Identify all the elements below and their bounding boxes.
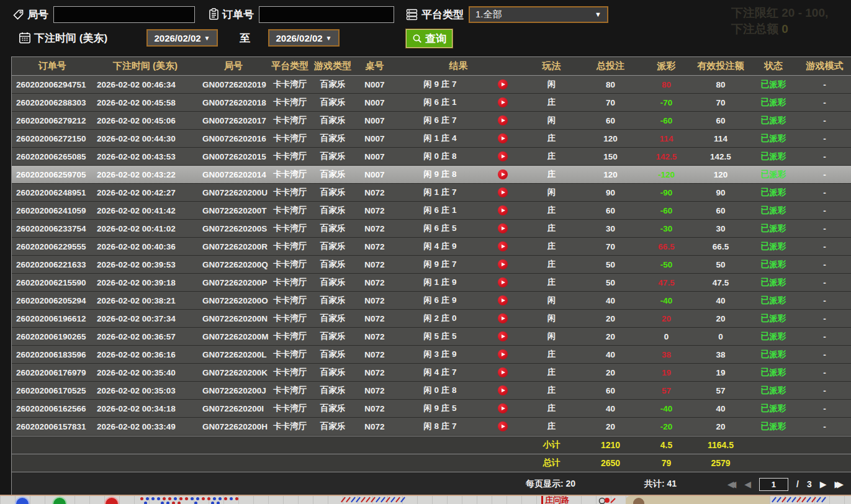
cell-play: 庄 bbox=[522, 367, 581, 378]
cell-result: 闲 0 庄 8 bbox=[395, 151, 522, 162]
banker-count-icon bbox=[15, 497, 30, 504]
cell-round: GN0722620200I bbox=[198, 404, 269, 413]
subtotal-bet: 1210 bbox=[581, 440, 640, 450]
cell-bet: 50 bbox=[581, 278, 640, 287]
tag-icon bbox=[12, 9, 24, 20]
cell-result: 闲 2 庄 0 bbox=[395, 313, 522, 324]
page-separator: / bbox=[796, 479, 799, 489]
table-row[interactable]: 260202006176979 2026-02-02 00:35:40 GN07… bbox=[12, 364, 851, 382]
table-row[interactable]: 260202006259705 2026-02-02 00:43:22 GN00… bbox=[12, 166, 851, 184]
cell-play: 庄 bbox=[522, 259, 581, 270]
replay-video-icon[interactable] bbox=[498, 331, 508, 341]
table-row[interactable]: 260202006294751 2026-02-02 00:46:34 GN00… bbox=[12, 76, 851, 94]
cell-play: 闲 bbox=[522, 79, 581, 90]
date-to-picker[interactable]: 2026/02/02 bbox=[268, 29, 340, 47]
search-button[interactable]: 查询 bbox=[406, 29, 453, 48]
replay-video-icon[interactable] bbox=[498, 133, 508, 143]
roadmap-grid: 庄问路 bbox=[0, 496, 851, 504]
cell-status: 已派彩 bbox=[749, 403, 798, 414]
cell-play: 庄 bbox=[522, 133, 581, 144]
round-no-input[interactable] bbox=[53, 6, 195, 23]
prev-page-icon[interactable]: ◀ bbox=[744, 480, 751, 488]
replay-video-icon[interactable] bbox=[498, 349, 508, 359]
replay-video-icon[interactable] bbox=[498, 313, 508, 323]
replay-video-icon[interactable] bbox=[498, 151, 508, 161]
cell-valid: 20 bbox=[693, 314, 749, 323]
cell-mode: - bbox=[798, 116, 851, 125]
table-row[interactable]: 260202006196612 2026-02-02 00:37:34 GN07… bbox=[12, 310, 851, 328]
cell-order: 260202006248951 bbox=[12, 188, 92, 197]
table-row[interactable]: 260202006229555 2026-02-02 00:40:36 GN07… bbox=[12, 238, 851, 256]
cell-platform: 卡卡湾厅 bbox=[269, 403, 311, 414]
table-row[interactable]: 260202006190265 2026-02-02 00:36:57 GN07… bbox=[12, 328, 851, 346]
cell-mode: - bbox=[798, 368, 851, 377]
cell-payout: -90 bbox=[640, 188, 693, 197]
cell-play: 闲 bbox=[522, 313, 581, 324]
calendar-icon bbox=[19, 32, 31, 44]
replay-video-icon[interactable] bbox=[498, 169, 508, 179]
column-header-bet: 总投注 bbox=[581, 60, 640, 72]
result-text: 闲 1 庄 9 bbox=[415, 277, 466, 288]
cell-valid: 40 bbox=[693, 296, 749, 305]
table-row[interactable]: 260202006265085 2026-02-02 00:43:53 GN00… bbox=[12, 148, 851, 166]
table-row[interactable]: 260202006221633 2026-02-02 00:39:53 GN07… bbox=[12, 256, 851, 274]
replay-video-icon[interactable] bbox=[498, 421, 508, 431]
cell-bet: 30 bbox=[581, 224, 640, 233]
cell-game: 百家乐 bbox=[311, 331, 354, 342]
result-text: 闲 0 庄 8 bbox=[415, 151, 466, 162]
cell-status: 已派彩 bbox=[749, 187, 798, 198]
cell-result: 闲 9 庄 7 bbox=[395, 259, 522, 270]
table-row[interactable]: 260202006279212 2026-02-02 00:45:06 GN00… bbox=[12, 112, 851, 130]
cell-platform: 卡卡湾厅 bbox=[269, 295, 311, 306]
order-no-input[interactable] bbox=[259, 6, 394, 23]
replay-video-icon[interactable] bbox=[498, 205, 508, 215]
cell-mode: - bbox=[798, 278, 851, 287]
cell-status: 已派彩 bbox=[749, 97, 798, 108]
date-from-picker[interactable]: 2026/02/02 bbox=[146, 29, 218, 47]
replay-video-icon[interactable] bbox=[498, 295, 508, 305]
table-row[interactable]: 260202006288303 2026-02-02 00:45:58 GN00… bbox=[12, 94, 851, 112]
replay-video-icon[interactable] bbox=[498, 241, 508, 251]
column-header-time: 下注时间 (美东) bbox=[92, 60, 198, 72]
replay-video-icon[interactable] bbox=[498, 385, 508, 395]
replay-video-icon[interactable] bbox=[498, 79, 508, 89]
cell-play: 庄 bbox=[522, 349, 581, 360]
replay-video-icon[interactable] bbox=[498, 259, 508, 269]
table-row[interactable]: 260202006215590 2026-02-02 00:39:18 GN07… bbox=[12, 274, 851, 292]
replay-video-icon[interactable] bbox=[498, 115, 508, 125]
cell-valid: 142.5 bbox=[693, 152, 749, 161]
cell-round: GN00726202014 bbox=[198, 170, 269, 179]
cell-bet: 60 bbox=[581, 386, 640, 395]
next-page-icon[interactable]: ▶ bbox=[820, 480, 827, 488]
table-row[interactable]: 260202006205294 2026-02-02 00:38:21 GN07… bbox=[12, 292, 851, 310]
table-row[interactable]: 260202006157831 2026-02-02 00:33:49 GN07… bbox=[12, 418, 851, 436]
table-row[interactable]: 260202006233754 2026-02-02 00:41:02 GN07… bbox=[12, 220, 851, 238]
last-page-icon[interactable]: ▶▶ bbox=[834, 480, 844, 488]
cell-bet: 90 bbox=[581, 188, 640, 197]
table-row[interactable]: 260202006272150 2026-02-02 00:44:30 GN00… bbox=[12, 130, 851, 148]
table-row[interactable]: 260202006241059 2026-02-02 00:41:42 GN07… bbox=[12, 202, 851, 220]
table-row[interactable]: 260202006170525 2026-02-02 00:35:03 GN07… bbox=[12, 382, 851, 400]
cell-play: 闲 bbox=[522, 187, 581, 198]
replay-video-icon[interactable] bbox=[498, 187, 508, 197]
page-number-input[interactable] bbox=[759, 478, 788, 491]
replay-video-icon[interactable] bbox=[498, 367, 508, 377]
cell-result: 闲 1 庄 7 bbox=[395, 187, 522, 198]
replay-video-icon[interactable] bbox=[498, 403, 508, 413]
first-page-icon[interactable]: ◀◀ bbox=[727, 480, 737, 488]
replay-video-icon[interactable] bbox=[498, 97, 508, 107]
replay-video-icon[interactable] bbox=[498, 277, 508, 287]
cell-play: 庄 bbox=[522, 403, 581, 414]
result-text: 闲 9 庄 8 bbox=[415, 169, 466, 180]
cell-platform: 卡卡湾厅 bbox=[269, 79, 311, 90]
cell-game: 百家乐 bbox=[311, 97, 354, 108]
cell-play: 庄 bbox=[522, 205, 581, 216]
table-row[interactable]: 260202006183596 2026-02-02 00:36:16 GN07… bbox=[12, 346, 851, 364]
cell-game: 百家乐 bbox=[311, 169, 354, 180]
table-row[interactable]: 260202006162566 2026-02-02 00:34:18 GN07… bbox=[12, 400, 851, 418]
replay-video-icon[interactable] bbox=[498, 223, 508, 233]
cell-game: 百家乐 bbox=[311, 421, 354, 432]
platform-select[interactable]: 1.全部 bbox=[469, 6, 608, 23]
table-row[interactable]: 260202006248951 2026-02-02 00:42:27 GN07… bbox=[12, 184, 851, 202]
result-text: 闲 6 庄 7 bbox=[415, 115, 466, 126]
